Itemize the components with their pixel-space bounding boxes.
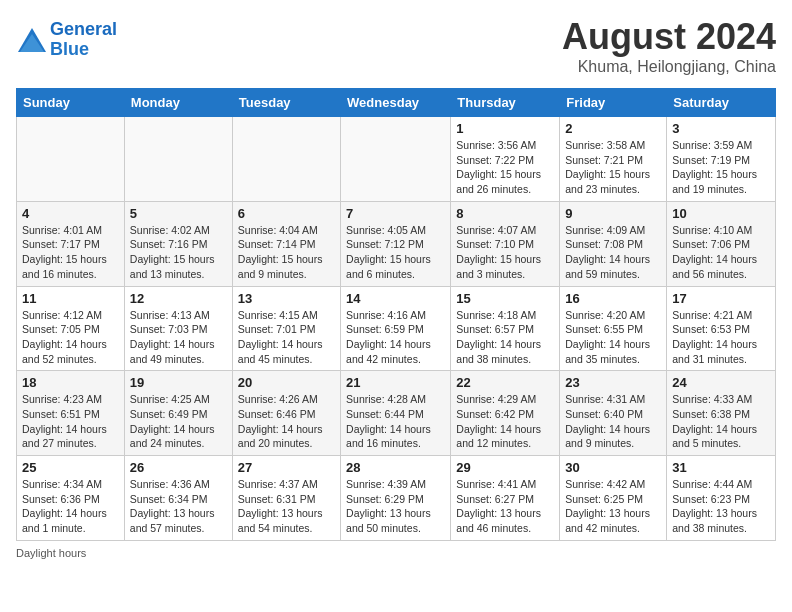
day-cell: 13Sunrise: 4:15 AM Sunset: 7:01 PM Dayli…: [232, 286, 340, 371]
day-number: 25: [22, 460, 119, 475]
day-cell: 6Sunrise: 4:04 AM Sunset: 7:14 PM Daylig…: [232, 201, 340, 286]
day-number: 4: [22, 206, 119, 221]
day-number: 26: [130, 460, 227, 475]
day-number: 27: [238, 460, 335, 475]
col-header-thursday: Thursday: [451, 89, 560, 117]
col-header-saturday: Saturday: [667, 89, 776, 117]
day-number: 29: [456, 460, 554, 475]
day-cell: [124, 117, 232, 202]
day-info: Sunrise: 4:26 AM Sunset: 6:46 PM Dayligh…: [238, 392, 335, 451]
title-area: August 2024 Khuma, Heilongjiang, China: [562, 16, 776, 76]
day-cell: 4Sunrise: 4:01 AM Sunset: 7:17 PM Daylig…: [17, 201, 125, 286]
day-info: Sunrise: 4:34 AM Sunset: 6:36 PM Dayligh…: [22, 477, 119, 536]
day-number: 3: [672, 121, 770, 136]
day-number: 24: [672, 375, 770, 390]
day-info: Sunrise: 4:37 AM Sunset: 6:31 PM Dayligh…: [238, 477, 335, 536]
day-number: 28: [346, 460, 445, 475]
day-cell: 11Sunrise: 4:12 AM Sunset: 7:05 PM Dayli…: [17, 286, 125, 371]
col-header-tuesday: Tuesday: [232, 89, 340, 117]
day-cell: 9Sunrise: 4:09 AM Sunset: 7:08 PM Daylig…: [560, 201, 667, 286]
day-info: Sunrise: 4:16 AM Sunset: 6:59 PM Dayligh…: [346, 308, 445, 367]
day-number: 30: [565, 460, 661, 475]
day-info: Sunrise: 4:31 AM Sunset: 6:40 PM Dayligh…: [565, 392, 661, 451]
day-info: Sunrise: 4:09 AM Sunset: 7:08 PM Dayligh…: [565, 223, 661, 282]
day-info: Sunrise: 3:56 AM Sunset: 7:22 PM Dayligh…: [456, 138, 554, 197]
footer-note: Daylight hours: [16, 547, 776, 559]
day-info: Sunrise: 4:05 AM Sunset: 7:12 PM Dayligh…: [346, 223, 445, 282]
day-number: 19: [130, 375, 227, 390]
day-cell: [341, 117, 451, 202]
daylight-label: Daylight hours: [16, 547, 86, 559]
week-row-2: 4Sunrise: 4:01 AM Sunset: 7:17 PM Daylig…: [17, 201, 776, 286]
day-cell: 29Sunrise: 4:41 AM Sunset: 6:27 PM Dayli…: [451, 456, 560, 541]
day-info: Sunrise: 3:58 AM Sunset: 7:21 PM Dayligh…: [565, 138, 661, 197]
day-number: 11: [22, 291, 119, 306]
header-row: SundayMondayTuesdayWednesdayThursdayFrid…: [17, 89, 776, 117]
day-number: 20: [238, 375, 335, 390]
logo-blue: Blue: [50, 39, 89, 59]
day-cell: [17, 117, 125, 202]
day-number: 6: [238, 206, 335, 221]
day-cell: 17Sunrise: 4:21 AM Sunset: 6:53 PM Dayli…: [667, 286, 776, 371]
day-number: 5: [130, 206, 227, 221]
week-row-3: 11Sunrise: 4:12 AM Sunset: 7:05 PM Dayli…: [17, 286, 776, 371]
day-cell: [232, 117, 340, 202]
month-title: August 2024: [562, 16, 776, 58]
day-info: Sunrise: 4:02 AM Sunset: 7:16 PM Dayligh…: [130, 223, 227, 282]
day-info: Sunrise: 4:41 AM Sunset: 6:27 PM Dayligh…: [456, 477, 554, 536]
day-info: Sunrise: 4:33 AM Sunset: 6:38 PM Dayligh…: [672, 392, 770, 451]
day-info: Sunrise: 4:29 AM Sunset: 6:42 PM Dayligh…: [456, 392, 554, 451]
calendar-table: SundayMondayTuesdayWednesdayThursdayFrid…: [16, 88, 776, 541]
week-row-1: 1Sunrise: 3:56 AM Sunset: 7:22 PM Daylig…: [17, 117, 776, 202]
day-cell: 18Sunrise: 4:23 AM Sunset: 6:51 PM Dayli…: [17, 371, 125, 456]
day-number: 16: [565, 291, 661, 306]
day-number: 8: [456, 206, 554, 221]
day-number: 23: [565, 375, 661, 390]
day-cell: 25Sunrise: 4:34 AM Sunset: 6:36 PM Dayli…: [17, 456, 125, 541]
day-info: Sunrise: 4:12 AM Sunset: 7:05 PM Dayligh…: [22, 308, 119, 367]
day-info: Sunrise: 4:28 AM Sunset: 6:44 PM Dayligh…: [346, 392, 445, 451]
day-number: 21: [346, 375, 445, 390]
day-cell: 24Sunrise: 4:33 AM Sunset: 6:38 PM Dayli…: [667, 371, 776, 456]
day-info: Sunrise: 4:18 AM Sunset: 6:57 PM Dayligh…: [456, 308, 554, 367]
day-info: Sunrise: 4:44 AM Sunset: 6:23 PM Dayligh…: [672, 477, 770, 536]
day-info: Sunrise: 4:25 AM Sunset: 6:49 PM Dayligh…: [130, 392, 227, 451]
logo-general: General: [50, 19, 117, 39]
day-number: 1: [456, 121, 554, 136]
day-info: Sunrise: 4:20 AM Sunset: 6:55 PM Dayligh…: [565, 308, 661, 367]
day-cell: 2Sunrise: 3:58 AM Sunset: 7:21 PM Daylig…: [560, 117, 667, 202]
day-info: Sunrise: 4:39 AM Sunset: 6:29 PM Dayligh…: [346, 477, 445, 536]
day-cell: 23Sunrise: 4:31 AM Sunset: 6:40 PM Dayli…: [560, 371, 667, 456]
day-number: 13: [238, 291, 335, 306]
day-cell: 5Sunrise: 4:02 AM Sunset: 7:16 PM Daylig…: [124, 201, 232, 286]
day-cell: 21Sunrise: 4:28 AM Sunset: 6:44 PM Dayli…: [341, 371, 451, 456]
day-number: 22: [456, 375, 554, 390]
day-info: Sunrise: 4:42 AM Sunset: 6:25 PM Dayligh…: [565, 477, 661, 536]
day-info: Sunrise: 4:07 AM Sunset: 7:10 PM Dayligh…: [456, 223, 554, 282]
day-number: 2: [565, 121, 661, 136]
week-row-5: 25Sunrise: 4:34 AM Sunset: 6:36 PM Dayli…: [17, 456, 776, 541]
col-header-wednesday: Wednesday: [341, 89, 451, 117]
location-title: Khuma, Heilongjiang, China: [562, 58, 776, 76]
logo-icon: [16, 26, 48, 54]
week-row-4: 18Sunrise: 4:23 AM Sunset: 6:51 PM Dayli…: [17, 371, 776, 456]
day-cell: 22Sunrise: 4:29 AM Sunset: 6:42 PM Dayli…: [451, 371, 560, 456]
day-cell: 1Sunrise: 3:56 AM Sunset: 7:22 PM Daylig…: [451, 117, 560, 202]
day-cell: 8Sunrise: 4:07 AM Sunset: 7:10 PM Daylig…: [451, 201, 560, 286]
day-number: 9: [565, 206, 661, 221]
day-info: Sunrise: 4:01 AM Sunset: 7:17 PM Dayligh…: [22, 223, 119, 282]
day-number: 17: [672, 291, 770, 306]
col-header-friday: Friday: [560, 89, 667, 117]
day-number: 12: [130, 291, 227, 306]
day-info: Sunrise: 4:15 AM Sunset: 7:01 PM Dayligh…: [238, 308, 335, 367]
day-number: 15: [456, 291, 554, 306]
day-cell: 7Sunrise: 4:05 AM Sunset: 7:12 PM Daylig…: [341, 201, 451, 286]
col-header-sunday: Sunday: [17, 89, 125, 117]
day-info: Sunrise: 4:36 AM Sunset: 6:34 PM Dayligh…: [130, 477, 227, 536]
day-number: 14: [346, 291, 445, 306]
day-cell: 16Sunrise: 4:20 AM Sunset: 6:55 PM Dayli…: [560, 286, 667, 371]
day-cell: 26Sunrise: 4:36 AM Sunset: 6:34 PM Dayli…: [124, 456, 232, 541]
col-header-monday: Monday: [124, 89, 232, 117]
day-info: Sunrise: 4:23 AM Sunset: 6:51 PM Dayligh…: [22, 392, 119, 451]
day-cell: 27Sunrise: 4:37 AM Sunset: 6:31 PM Dayli…: [232, 456, 340, 541]
